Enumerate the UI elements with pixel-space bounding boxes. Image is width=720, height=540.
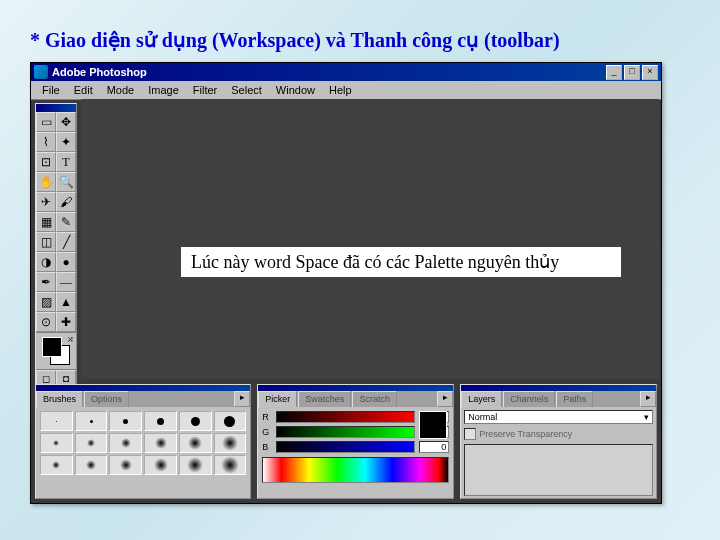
tool-wand[interactable]: ✦ <box>56 132 76 152</box>
tool-pencil[interactable]: ✎ <box>56 212 76 232</box>
brush-soft-16[interactable] <box>214 433 247 453</box>
tab-scratch[interactable]: Scratch <box>352 391 397 407</box>
brush-hard-1[interactable] <box>40 411 73 431</box>
brush-soft2-16[interactable] <box>179 455 212 475</box>
tool-gradient[interactable]: ▨ <box>36 292 56 312</box>
brush-soft2-14[interactable] <box>144 455 177 475</box>
tool-move[interactable]: ✥ <box>56 112 76 132</box>
slider-b[interactable] <box>276 441 415 453</box>
tool-stamp[interactable]: ▦ <box>36 212 56 232</box>
tab-layers[interactable]: Layers <box>461 391 502 407</box>
brush-soft-12[interactable] <box>144 433 177 453</box>
menu-help[interactable]: Help <box>322 82 359 98</box>
brush-hard-9[interactable] <box>179 411 212 431</box>
tab-brushes[interactable]: Brushes <box>36 391 83 407</box>
tool-type[interactable]: T <box>56 152 76 172</box>
tool-line[interactable]: ╱ <box>56 232 76 252</box>
brush-soft2-18[interactable] <box>214 455 247 475</box>
slider-g[interactable] <box>276 426 415 438</box>
tool-notes[interactable]: ✚ <box>56 312 76 332</box>
slider-label: B <box>262 442 272 452</box>
tab-options[interactable]: Options <box>84 391 129 407</box>
brush-hard-5[interactable] <box>109 411 142 431</box>
chevron-down-icon: ▾ <box>644 412 649 422</box>
tool-airbrush[interactable]: ✈ <box>36 192 56 212</box>
menu-filter[interactable]: Filter <box>186 82 224 98</box>
brush-soft-10[interactable] <box>109 433 142 453</box>
palette-dock: Brushes Options ▸ Picker Swatches Scratc… <box>35 384 657 499</box>
layers-list[interactable] <box>464 444 653 496</box>
titlebar[interactable]: Adobe Photoshop _ □ × <box>31 63 661 81</box>
annotation-callout: Lúc này word Space đã có các Palette ngu… <box>181 247 621 277</box>
panel-menu-icon[interactable]: ▸ <box>437 391 453 407</box>
swap-colors-icon[interactable]: ⤭ <box>67 335 74 344</box>
slider-value[interactable]: 0 <box>419 441 449 453</box>
foreground-color[interactable] <box>42 337 62 357</box>
close-button[interactable]: × <box>642 65 658 80</box>
toolbox: ▭✥⌇✦⊡T✋🔍✈🖌▦✎◫╱◑●✒—▨▲⊙✚ ⤭ ◻ ◘ ▭ ▣ <box>35 103 77 408</box>
app-icon <box>34 65 48 79</box>
tool-eraser[interactable]: ◫ <box>36 232 56 252</box>
panel-menu-icon[interactable]: ▸ <box>640 391 656 407</box>
slider-label: G <box>262 427 272 437</box>
toolbox-header[interactable] <box>36 104 76 112</box>
brush-soft2-8[interactable] <box>40 455 73 475</box>
tool-pen[interactable]: ✒ <box>36 272 56 292</box>
slider-label: R <box>262 412 272 422</box>
tool-dodge[interactable]: ● <box>56 252 76 272</box>
tab-swatches[interactable]: Swatches <box>298 391 351 407</box>
brush-soft-14[interactable] <box>179 433 212 453</box>
tab-paths[interactable]: Paths <box>556 391 593 407</box>
picker-current-color[interactable] <box>419 411 447 439</box>
menu-select[interactable]: Select <box>224 82 269 98</box>
picker-panel[interactable]: Picker Swatches Scratch ▸ R0G0B0 <box>257 384 454 499</box>
menu-window[interactable]: Window <box>269 82 322 98</box>
tool-blur[interactable]: ◑ <box>36 252 56 272</box>
color-spectrum[interactable] <box>262 457 449 483</box>
slide-title: * Giao diện sử dụng (Workspace) và Thanh… <box>30 28 560 52</box>
maximize-button[interactable]: □ <box>624 65 640 80</box>
menu-edit[interactable]: Edit <box>67 82 100 98</box>
blend-mode-dropdown[interactable]: Normal ▾ <box>464 410 653 424</box>
brush-hard-7[interactable] <box>144 411 177 431</box>
tool-eyedropper[interactable]: ⊙ <box>36 312 56 332</box>
slider-r[interactable] <box>276 411 415 423</box>
tool-marquee[interactable]: ▭ <box>36 112 56 132</box>
tool-measure[interactable]: — <box>56 272 76 292</box>
tool-bucket[interactable]: ▲ <box>56 292 76 312</box>
minimize-button[interactable]: _ <box>606 65 622 80</box>
brushes-panel[interactable]: Brushes Options ▸ <box>35 384 251 499</box>
brush-hard-3[interactable] <box>75 411 108 431</box>
app-title: Adobe Photoshop <box>52 66 606 78</box>
tab-picker[interactable]: Picker <box>258 391 297 407</box>
slider-row-b: B0 <box>262 441 449 453</box>
brush-soft-6[interactable] <box>40 433 73 453</box>
blend-mode-value: Normal <box>468 412 497 422</box>
tool-brush[interactable]: 🖌 <box>56 192 76 212</box>
brush-soft2-12[interactable] <box>109 455 142 475</box>
brush-soft-8[interactable] <box>75 433 108 453</box>
brush-hard-11[interactable] <box>214 411 247 431</box>
panel-menu-icon[interactable]: ▸ <box>234 391 250 407</box>
preserve-transparency-checkbox[interactable] <box>464 428 476 440</box>
tool-zoom[interactable]: 🔍 <box>56 172 76 192</box>
menubar: File Edit Mode Image Filter Select Windo… <box>31 81 661 100</box>
color-swatches[interactable]: ⤭ <box>36 332 76 369</box>
preserve-transparency-label: Preserve Transparency <box>479 429 572 439</box>
brush-soft2-10[interactable] <box>75 455 108 475</box>
tool-crop[interactable]: ⊡ <box>36 152 56 172</box>
layers-panel[interactable]: Layers Channels Paths ▸ Normal ▾ Preserv… <box>460 384 657 499</box>
tool-lasso[interactable]: ⌇ <box>36 132 56 152</box>
tool-hand[interactable]: ✋ <box>36 172 56 192</box>
menu-file[interactable]: File <box>35 82 67 98</box>
menu-mode[interactable]: Mode <box>100 82 142 98</box>
tab-channels[interactable]: Channels <box>503 391 555 407</box>
menu-image[interactable]: Image <box>141 82 186 98</box>
photoshop-window: Adobe Photoshop _ □ × File Edit Mode Ima… <box>30 62 662 504</box>
workspace-canvas: Lúc này word Space đã có các Palette ngu… <box>81 99 659 379</box>
